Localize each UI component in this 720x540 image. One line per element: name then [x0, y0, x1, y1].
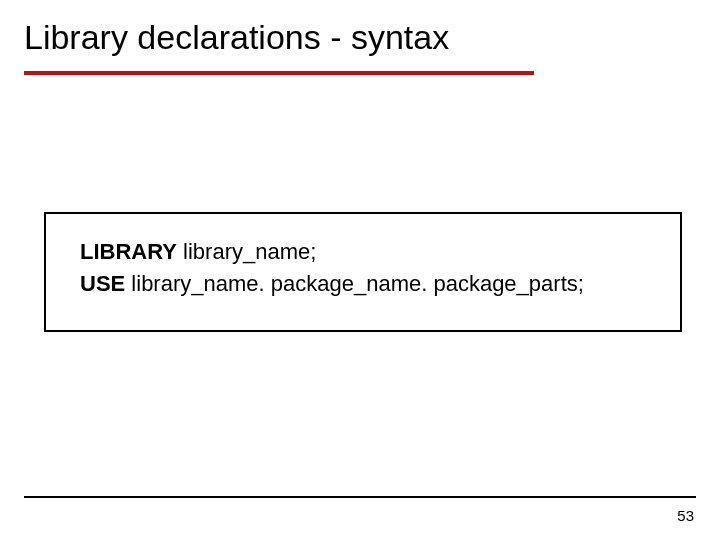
- code-line-2: USE library_name. package_name. package_…: [80, 268, 660, 300]
- code-rest-2: library_name. package_name. package_part…: [125, 271, 584, 296]
- footer-rule: [24, 496, 696, 498]
- code-line-1: LIBRARY library_name;: [80, 236, 660, 268]
- page-number: 53: [677, 507, 694, 524]
- keyword-use: USE: [80, 271, 125, 296]
- slide: Library declarations - syntax LIBRARY li…: [0, 0, 720, 540]
- slide-title: Library declarations - syntax: [24, 18, 696, 69]
- keyword-library: LIBRARY: [80, 239, 177, 264]
- syntax-box: LIBRARY library_name; USE library_name. …: [44, 212, 682, 332]
- title-underline: [24, 71, 534, 75]
- code-rest-1: library_name;: [177, 239, 316, 264]
